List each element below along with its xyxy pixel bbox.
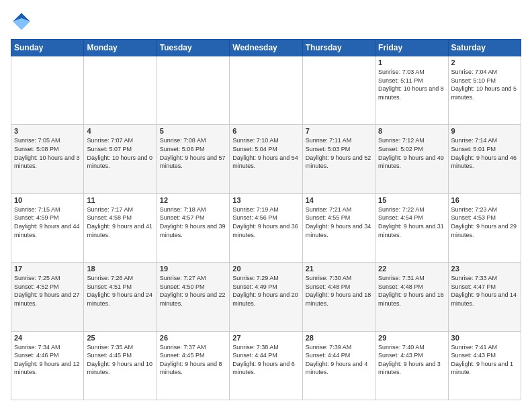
calendar-cell: 7Sunrise: 7:11 AM Sunset: 5:03 PM Daylig… xyxy=(302,125,375,193)
day-content: Sunrise: 7:26 AM Sunset: 4:51 PM Dayligh… xyxy=(87,274,153,308)
week-row-5: 24Sunrise: 7:34 AM Sunset: 4:46 PM Dayli… xyxy=(11,331,521,400)
weekday-header-saturday: Saturday xyxy=(448,40,521,56)
calendar-cell: 15Sunrise: 7:22 AM Sunset: 4:54 PM Dayli… xyxy=(375,193,448,262)
weekday-header-friday: Friday xyxy=(375,40,448,56)
day-content: Sunrise: 7:19 AM Sunset: 4:56 PM Dayligh… xyxy=(232,205,299,239)
calendar-cell: 16Sunrise: 7:23 AM Sunset: 4:53 PM Dayli… xyxy=(448,193,521,262)
day-content: Sunrise: 7:15 AM Sunset: 4:59 PM Dayligh… xyxy=(14,205,81,239)
calendar-cell: 12Sunrise: 7:18 AM Sunset: 4:57 PM Dayli… xyxy=(157,193,229,262)
calendar-cell: 20Sunrise: 7:29 AM Sunset: 4:49 PM Dayli… xyxy=(230,263,302,331)
calendar-cell: 9Sunrise: 7:14 AM Sunset: 5:01 PM Daylig… xyxy=(448,125,521,193)
calendar-cell: 18Sunrise: 7:26 AM Sunset: 4:51 PM Dayli… xyxy=(84,263,157,331)
day-content: Sunrise: 7:30 AM Sunset: 4:48 PM Dayligh… xyxy=(306,274,372,308)
day-number: 29 xyxy=(378,334,445,342)
week-row-1: 1Sunrise: 7:03 AM Sunset: 5:11 PM Daylig… xyxy=(11,56,521,125)
calendar-cell: 5Sunrise: 7:08 AM Sunset: 5:06 PM Daylig… xyxy=(157,125,229,193)
day-number: 1 xyxy=(378,58,445,66)
header xyxy=(11,11,521,32)
day-content: Sunrise: 7:08 AM Sunset: 5:06 PM Dayligh… xyxy=(160,136,226,170)
day-content: Sunrise: 7:29 AM Sunset: 4:49 PM Dayligh… xyxy=(232,274,299,308)
day-content: Sunrise: 7:10 AM Sunset: 5:04 PM Dayligh… xyxy=(232,136,299,170)
day-number: 23 xyxy=(451,265,518,273)
calendar-table: SundayMondayTuesdayWednesdayThursdayFrid… xyxy=(11,39,521,400)
day-number: 25 xyxy=(87,334,153,342)
day-content: Sunrise: 7:37 AM Sunset: 4:45 PM Dayligh… xyxy=(160,343,226,377)
day-number: 8 xyxy=(378,127,445,135)
calendar-cell xyxy=(11,56,84,125)
calendar-cell: 24Sunrise: 7:34 AM Sunset: 4:46 PM Dayli… xyxy=(11,331,84,400)
calendar-cell: 21Sunrise: 7:30 AM Sunset: 4:48 PM Dayli… xyxy=(302,263,375,331)
week-row-4: 17Sunrise: 7:25 AM Sunset: 4:52 PM Dayli… xyxy=(11,263,521,331)
day-content: Sunrise: 7:25 AM Sunset: 4:52 PM Dayligh… xyxy=(14,274,81,308)
day-number: 4 xyxy=(87,127,153,135)
calendar-cell xyxy=(230,56,302,125)
week-row-2: 3Sunrise: 7:05 AM Sunset: 5:08 PM Daylig… xyxy=(11,125,521,193)
calendar-cell: 11Sunrise: 7:17 AM Sunset: 4:58 PM Dayli… xyxy=(84,193,157,262)
day-number: 11 xyxy=(87,196,153,204)
calendar-cell: 22Sunrise: 7:31 AM Sunset: 4:48 PM Dayli… xyxy=(375,263,448,331)
day-content: Sunrise: 7:11 AM Sunset: 5:03 PM Dayligh… xyxy=(306,136,372,170)
calendar-cell xyxy=(84,56,157,125)
day-number: 16 xyxy=(451,196,518,204)
calendar-cell: 30Sunrise: 7:41 AM Sunset: 4:43 PM Dayli… xyxy=(448,331,521,400)
day-content: Sunrise: 7:40 AM Sunset: 4:43 PM Dayligh… xyxy=(378,343,445,377)
day-number: 17 xyxy=(14,265,81,273)
day-content: Sunrise: 7:14 AM Sunset: 5:01 PM Dayligh… xyxy=(451,136,518,170)
calendar-cell: 8Sunrise: 7:12 AM Sunset: 5:02 PM Daylig… xyxy=(375,125,448,193)
calendar-cell: 19Sunrise: 7:27 AM Sunset: 4:50 PM Dayli… xyxy=(157,263,229,331)
day-content: Sunrise: 7:04 AM Sunset: 5:10 PM Dayligh… xyxy=(451,68,518,101)
weekday-header-row: SundayMondayTuesdayWednesdayThursdayFrid… xyxy=(11,40,521,56)
day-content: Sunrise: 7:21 AM Sunset: 4:55 PM Dayligh… xyxy=(306,205,372,239)
day-content: Sunrise: 7:18 AM Sunset: 4:57 PM Dayligh… xyxy=(160,205,226,239)
calendar-cell: 4Sunrise: 7:07 AM Sunset: 5:07 PM Daylig… xyxy=(84,125,157,193)
day-number: 30 xyxy=(451,334,518,342)
day-content: Sunrise: 7:38 AM Sunset: 4:44 PM Dayligh… xyxy=(232,343,299,377)
day-number: 10 xyxy=(14,196,81,204)
day-content: Sunrise: 7:03 AM Sunset: 5:11 PM Dayligh… xyxy=(378,68,445,101)
day-number: 24 xyxy=(14,334,81,342)
weekday-header-wednesday: Wednesday xyxy=(230,40,302,56)
day-number: 27 xyxy=(232,334,299,342)
weekday-header-sunday: Sunday xyxy=(11,40,84,56)
calendar-cell: 29Sunrise: 7:40 AM Sunset: 4:43 PM Dayli… xyxy=(375,331,448,400)
day-number: 28 xyxy=(306,334,372,342)
day-number: 19 xyxy=(160,265,226,273)
day-content: Sunrise: 7:23 AM Sunset: 4:53 PM Dayligh… xyxy=(451,205,518,239)
calendar-cell: 23Sunrise: 7:33 AM Sunset: 4:47 PM Dayli… xyxy=(448,263,521,331)
logo xyxy=(11,11,35,32)
day-number: 18 xyxy=(87,265,153,273)
calendar-cell: 17Sunrise: 7:25 AM Sunset: 4:52 PM Dayli… xyxy=(11,263,84,331)
day-content: Sunrise: 7:31 AM Sunset: 4:48 PM Dayligh… xyxy=(378,274,445,308)
calendar-cell: 2Sunrise: 7:04 AM Sunset: 5:10 PM Daylig… xyxy=(448,56,521,125)
weekday-header-tuesday: Tuesday xyxy=(157,40,229,56)
calendar-cell: 27Sunrise: 7:38 AM Sunset: 4:44 PM Dayli… xyxy=(230,331,302,400)
day-number: 14 xyxy=(306,196,372,204)
day-number: 7 xyxy=(306,127,372,135)
calendar-cell: 14Sunrise: 7:21 AM Sunset: 4:55 PM Dayli… xyxy=(302,193,375,262)
weekday-header-monday: Monday xyxy=(84,40,157,56)
day-number: 3 xyxy=(14,127,81,135)
day-number: 9 xyxy=(451,127,518,135)
day-content: Sunrise: 7:35 AM Sunset: 4:45 PM Dayligh… xyxy=(87,343,153,377)
calendar-cell: 1Sunrise: 7:03 AM Sunset: 5:11 PM Daylig… xyxy=(375,56,448,125)
day-number: 12 xyxy=(160,196,226,204)
calendar-cell xyxy=(302,56,375,125)
day-content: Sunrise: 7:41 AM Sunset: 4:43 PM Dayligh… xyxy=(451,343,518,377)
calendar-cell: 13Sunrise: 7:19 AM Sunset: 4:56 PM Dayli… xyxy=(230,193,302,262)
day-number: 5 xyxy=(160,127,226,135)
calendar-cell: 26Sunrise: 7:37 AM Sunset: 4:45 PM Dayli… xyxy=(157,331,229,400)
calendar-cell xyxy=(157,56,229,125)
day-content: Sunrise: 7:22 AM Sunset: 4:54 PM Dayligh… xyxy=(378,205,445,239)
day-content: Sunrise: 7:05 AM Sunset: 5:08 PM Dayligh… xyxy=(14,136,81,170)
day-number: 26 xyxy=(160,334,226,342)
day-content: Sunrise: 7:07 AM Sunset: 5:07 PM Dayligh… xyxy=(87,136,153,170)
page: SundayMondayTuesdayWednesdayThursdayFrid… xyxy=(0,0,532,411)
calendar-cell: 28Sunrise: 7:39 AM Sunset: 4:44 PM Dayli… xyxy=(302,331,375,400)
day-number: 13 xyxy=(232,196,299,204)
calendar-cell: 10Sunrise: 7:15 AM Sunset: 4:59 PM Dayli… xyxy=(11,193,84,262)
day-content: Sunrise: 7:33 AM Sunset: 4:47 PM Dayligh… xyxy=(451,274,518,308)
calendar-cell: 3Sunrise: 7:05 AM Sunset: 5:08 PM Daylig… xyxy=(11,125,84,193)
day-number: 15 xyxy=(378,196,445,204)
day-number: 22 xyxy=(378,265,445,273)
logo-icon xyxy=(11,11,32,32)
